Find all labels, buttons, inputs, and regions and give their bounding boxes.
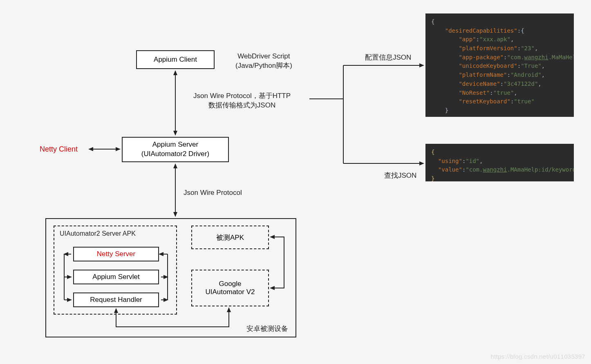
jsonwire-l2: 数据传输格式为JSON xyxy=(193,101,291,110)
request-handler-box: Request Handler xyxy=(73,293,159,307)
watermark: https://blog.csdn.net/u011035397 xyxy=(491,353,585,360)
webdriver-l2: (Java/Python脚本) xyxy=(235,62,292,69)
netty-server-box: Netty Server xyxy=(73,247,159,261)
appium-server-l1: Appium Server xyxy=(152,141,198,148)
device-label: 安卓被测设备 xyxy=(246,324,288,334)
webdriver-label: WebDriver Script (Java/Python脚本) xyxy=(235,52,292,71)
uia2-server-title: UIAutomator2 Server APK xyxy=(60,229,136,238)
code-block-search: { "using":"id", "value":"com.wangzhi.MAm… xyxy=(425,144,574,181)
appium-server-box: Appium Server (UIAutomator2 Driver) xyxy=(122,137,229,162)
netty-client-label: Netty Client xyxy=(40,144,78,154)
code-block-config: { "desiredCapabilities":{ "app":"xxx.apk… xyxy=(425,13,574,117)
config-json-label: 配置信息JSON xyxy=(365,53,411,63)
google-uia2-box: Google UIAutomator V2 xyxy=(191,270,269,306)
netty-server-text: Netty Server xyxy=(97,250,135,259)
jsonwire-single: Json Wire Protocol xyxy=(184,188,242,198)
tested-apk-text: 被测APK xyxy=(216,233,244,242)
search-json-label: 查找JSON xyxy=(384,171,416,181)
jsonwire-l1: Json Wire Protocol，基于HTTP xyxy=(193,92,291,100)
appium-server-l2: (UIAutomator2 Driver) xyxy=(141,150,209,158)
jsonwire-label: Json Wire Protocol，基于HTTP 数据传输格式为JSON xyxy=(193,92,291,110)
appium-servlet-box: Appium Servlet xyxy=(73,270,159,284)
tested-apk-box: 被测APK xyxy=(191,226,269,249)
google-uia2-l2: UIAutomator V2 xyxy=(206,288,255,296)
appium-client-box: Appium Client xyxy=(136,50,215,69)
webdriver-l1: WebDriver Script xyxy=(237,52,290,60)
google-uia2-l1: Google xyxy=(219,280,242,288)
